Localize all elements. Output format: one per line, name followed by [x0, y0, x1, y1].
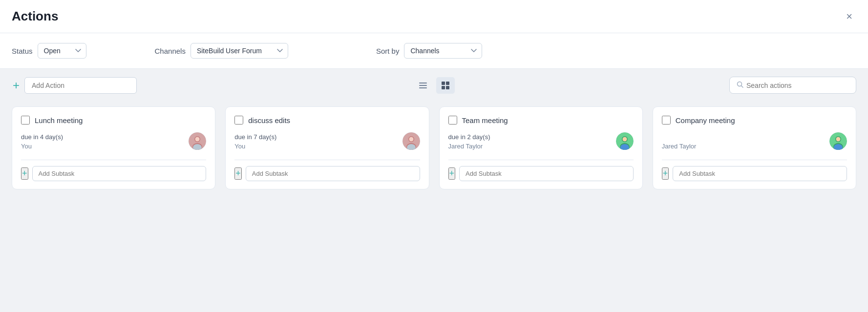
card-meta: Jared Taylor	[662, 143, 697, 150]
svg-point-17	[409, 137, 413, 142]
list-view-button[interactable]	[414, 77, 432, 94]
sort-filter-group: Sort by Channels Due Date Assignee Title	[376, 43, 483, 59]
card-body: due in 7 day(s) You	[234, 130, 420, 154]
add-subtask-icon-button[interactable]: +	[662, 167, 669, 180]
card-meta: due in 2 day(s) Jared Taylor	[448, 133, 490, 150]
card-meta: due in 7 day(s) You	[234, 133, 276, 150]
filters-bar: Status Open Closed Pending Channels Site…	[0, 33, 868, 69]
add-subtask-input[interactable]	[673, 166, 847, 181]
svg-point-12	[195, 137, 200, 142]
card-checkbox[interactable]	[234, 116, 243, 125]
sort-label: Sort by	[376, 47, 400, 55]
status-label: Status	[12, 47, 33, 55]
card-title: discuss edits	[248, 116, 290, 125]
search-box	[729, 77, 856, 94]
action-card: Lunch meeting due in 4 day(s) You +	[12, 106, 215, 189]
add-subtask-icon-button[interactable]: +	[448, 167, 456, 180]
search-icon	[737, 81, 743, 89]
due-text: due in 7 day(s)	[234, 133, 276, 141]
channels-select[interactable]: SiteBuild User Forum General Support	[191, 43, 288, 59]
search-input[interactable]	[746, 82, 844, 89]
card-footer: +	[448, 160, 634, 181]
status-select[interactable]: Open Closed Pending	[38, 43, 86, 59]
due-text: due in 2 day(s)	[448, 133, 490, 141]
assignee-text: Jared Taylor	[448, 143, 490, 150]
sort-select[interactable]: Channels Due Date Assignee Title	[404, 43, 482, 59]
assignee-text: You	[234, 143, 276, 150]
svg-rect-5	[442, 86, 445, 89]
card-header: Team meeting	[448, 116, 634, 125]
avatar	[616, 132, 634, 150]
card-title: Lunch meeting	[35, 116, 83, 125]
svg-point-27	[836, 137, 841, 142]
svg-rect-6	[446, 86, 449, 89]
card-title: Company meeting	[676, 116, 735, 125]
add-subtask-icon-button[interactable]: +	[234, 167, 242, 180]
add-action-icon-button[interactable]: +	[12, 80, 21, 91]
svg-rect-2	[419, 87, 427, 88]
card-body: due in 4 day(s) You	[21, 130, 206, 154]
card-body: Jared Taylor	[662, 130, 847, 154]
channels-filter-group: Channels SiteBuild User Forum General Su…	[155, 43, 288, 59]
card-header: discuss edits	[234, 116, 420, 125]
add-subtask-input[interactable]	[246, 166, 420, 181]
card-checkbox[interactable]	[662, 116, 671, 125]
add-subtask-input[interactable]	[32, 166, 207, 181]
grid-view-button[interactable]	[436, 77, 455, 94]
add-action-input[interactable]	[24, 77, 137, 94]
card-footer: +	[234, 160, 420, 181]
card-body: due in 2 day(s) Jared Taylor	[448, 130, 634, 154]
avatar	[189, 132, 206, 150]
svg-rect-4	[446, 82, 449, 85]
add-subtask-icon-button[interactable]: +	[21, 167, 28, 180]
card-title: Team meeting	[462, 116, 508, 125]
assignee-text: You	[21, 143, 63, 150]
svg-rect-3	[442, 82, 445, 85]
action-card: Team meeting due in 2 day(s) Jared Taylo…	[439, 106, 643, 189]
card-footer: +	[662, 160, 847, 181]
svg-point-22	[622, 137, 627, 142]
card-checkbox[interactable]	[21, 116, 30, 125]
channels-label: Channels	[155, 47, 186, 55]
card-header: Company meeting	[662, 116, 847, 125]
svg-rect-0	[419, 83, 427, 83]
assignee-text: Jared Taylor	[662, 143, 697, 150]
toolbar: +	[0, 69, 868, 102]
avatar	[829, 132, 847, 150]
header: Actions ×	[0, 0, 868, 33]
svg-rect-1	[419, 85, 427, 86]
cards-area: Lunch meeting due in 4 day(s) You +	[0, 102, 868, 201]
status-filter-group: Status Open Closed Pending	[12, 43, 86, 59]
view-toggle-group	[414, 77, 455, 94]
app-container: Actions × Status Open Closed Pending Cha…	[0, 0, 868, 312]
action-card: Company meeting Jared Taylor +	[653, 106, 856, 189]
card-footer: +	[21, 160, 206, 181]
avatar	[402, 132, 420, 150]
card-meta: due in 4 day(s) You	[21, 133, 63, 150]
grid-icon	[441, 81, 450, 90]
due-text: due in 4 day(s)	[21, 133, 63, 141]
card-checkbox[interactable]	[448, 116, 457, 125]
page-title: Actions	[12, 9, 58, 24]
close-button[interactable]: ×	[842, 9, 856, 24]
action-card: discuss edits due in 7 day(s) You +	[225, 106, 429, 189]
list-icon	[418, 81, 428, 90]
card-header: Lunch meeting	[21, 116, 206, 125]
svg-line-8	[741, 86, 743, 88]
add-action-group: +	[12, 77, 137, 94]
add-subtask-input[interactable]	[459, 166, 634, 181]
